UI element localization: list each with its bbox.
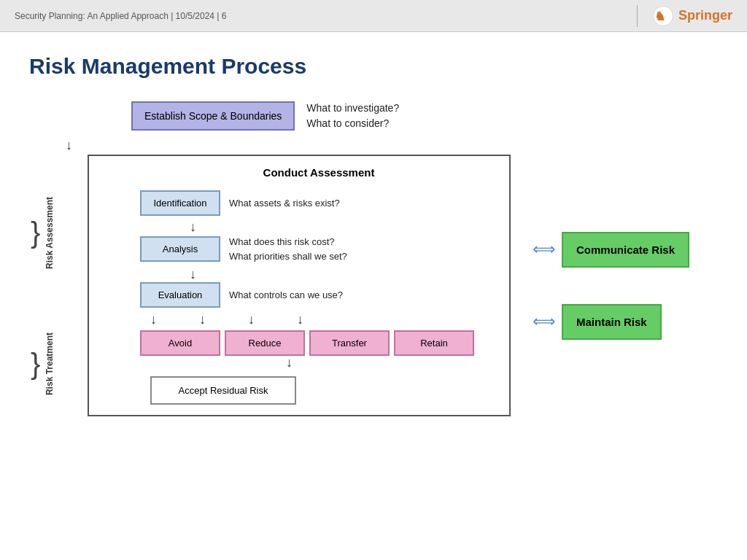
avoid-box: Avoid xyxy=(140,330,220,356)
arrow-to-accept: ↓ xyxy=(286,356,498,369)
diagram-area: } Risk Assessment } Risk Treatment Condu… xyxy=(29,155,718,416)
risk-treatment-label: Risk Treatment xyxy=(44,332,55,395)
main-content: Risk Management Process Establish Scope … xyxy=(0,32,747,431)
conduct-label: Conduct Assessment xyxy=(140,166,498,179)
analysis-row: Analysis What does this risk cost? What … xyxy=(140,235,498,263)
retain-box: Retain xyxy=(394,330,474,356)
treatment-row: Avoid Reduce Transfer Retain xyxy=(140,330,498,356)
identification-desc: What assets & risks exist? xyxy=(229,196,340,211)
identification-box: Identification xyxy=(140,190,220,216)
slide: Security Planning: An Applied Approach |… xyxy=(0,0,747,560)
header-right: ♞ Springer xyxy=(637,5,732,27)
risk-assessment-bracket: } xyxy=(31,218,40,247)
analysis-desc: What does this risk cost? What prioritie… xyxy=(229,235,347,263)
page-title: Risk Management Process xyxy=(29,54,718,79)
maintain-risk-box: Maintain Risk xyxy=(562,304,662,340)
multi-arrow-treatment: ↓ ↓ ↓ ↓ xyxy=(150,312,498,327)
transfer-box: Transfer xyxy=(309,330,390,356)
arrow-analysis-evaluation: ↓ xyxy=(190,268,498,281)
communicate-risk-box: Communicate Risk xyxy=(562,232,689,268)
accept-residual-box: Accept Residual Risk xyxy=(150,376,296,405)
establish-arrow: ↓ xyxy=(66,139,718,152)
header-subtitle: Security Planning: An Applied Approach |… xyxy=(15,11,226,21)
evaluation-desc: What controls can we use? xyxy=(229,288,343,303)
maintain-risk-item: ⟺ Maintain Risk xyxy=(533,304,689,340)
risk-treatment-bracket: } xyxy=(31,349,40,378)
right-side-boxes: ⟺ Communicate Risk ⟺ Maintain Risk xyxy=(533,232,689,340)
springer-horse-icon: ♞ xyxy=(652,5,674,27)
main-assessment-box: } Risk Assessment } Risk Treatment Condu… xyxy=(88,155,511,416)
establish-section: Establish Scope & Boundaries What to inv… xyxy=(131,101,718,131)
establish-description: What to investigate? What to consider? xyxy=(306,101,399,131)
establish-box: Establish Scope & Boundaries xyxy=(131,101,295,131)
identification-row: Identification What assets & risks exist… xyxy=(140,190,498,216)
springer-label: Springer xyxy=(678,8,732,23)
communicate-arrow: ⟺ xyxy=(533,240,556,259)
analysis-box: Analysis xyxy=(140,236,220,262)
evaluation-row: Evaluation What controls can we use? xyxy=(140,282,498,308)
side-labels: } Risk Assessment } Risk Treatment xyxy=(31,156,89,415)
header-divider xyxy=(637,5,638,27)
establish-label: Establish Scope & Boundaries xyxy=(144,110,282,122)
treatment-boxes: Avoid Reduce Transfer Retain xyxy=(140,330,474,356)
header: Security Planning: An Applied Approach |… xyxy=(0,0,747,32)
springer-logo: ♞ Springer xyxy=(652,5,732,27)
arrow-id-analysis: ↓ xyxy=(190,220,498,233)
reduce-box: Reduce xyxy=(225,330,305,356)
svg-text:♞: ♞ xyxy=(654,9,665,23)
maintain-arrow: ⟺ xyxy=(533,312,556,331)
risk-treatment-label-container: } Risk Treatment xyxy=(31,316,89,411)
risk-assessment-label: Risk Assessment xyxy=(44,197,55,269)
communicate-risk-item: ⟺ Communicate Risk xyxy=(533,232,689,268)
evaluation-box: Evaluation xyxy=(140,282,220,308)
risk-assessment-label-container: } Risk Assessment xyxy=(31,156,89,309)
